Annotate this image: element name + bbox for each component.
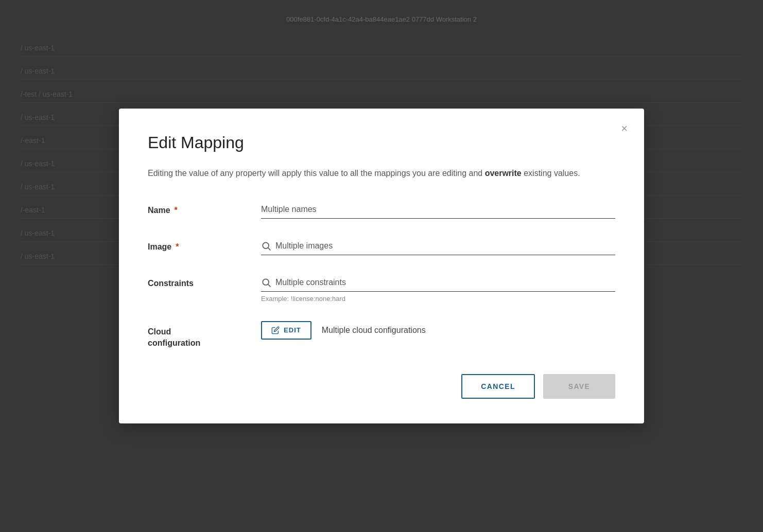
close-button[interactable]: × (619, 121, 630, 136)
constraints-hint: Example: !license:none:hard (261, 295, 615, 303)
modal-overlay: × Edit Mapping Editing the value of any … (0, 0, 763, 532)
image-label: Image * (148, 237, 261, 252)
cloud-config-field-row: Cloud configuration EDIT Multiple cloud … (148, 321, 615, 349)
constraints-input-wrapper (261, 274, 615, 292)
edit-button-label: EDIT (284, 326, 301, 334)
cloud-config-row: EDIT Multiple cloud configurations (261, 321, 615, 340)
constraints-field: Example: !license:none:hard (261, 274, 615, 303)
cloud-config-label: Cloud configuration (148, 321, 261, 349)
name-required-star: * (175, 206, 178, 215)
description-bold: overwrite (485, 169, 522, 178)
description-part1: Editing the value of any property will a… (148, 169, 485, 178)
description-part2: existing values. (522, 169, 580, 178)
svg-line-1 (268, 248, 271, 251)
modal-description: Editing the value of any property will a… (148, 167, 591, 180)
name-field-row: Name * (148, 201, 615, 219)
constraints-input[interactable] (275, 276, 615, 289)
name-field (261, 201, 615, 219)
svg-point-2 (263, 279, 269, 285)
image-search-icon (261, 241, 271, 251)
constraints-label: Constraints (148, 274, 261, 288)
image-required-star: * (176, 242, 179, 252)
constraints-field-row: Constraints Example: !license:none:hard (148, 274, 615, 303)
modal-footer: CANCEL SAVE (148, 374, 615, 399)
name-input[interactable] (261, 201, 615, 219)
edit-mapping-modal: × Edit Mapping Editing the value of any … (119, 109, 644, 423)
save-button[interactable]: SAVE (543, 374, 615, 399)
image-field (261, 237, 615, 255)
image-input[interactable] (275, 239, 615, 253)
name-label: Name * (148, 201, 261, 215)
constraints-search-icon (261, 277, 271, 288)
image-input-wrapper (261, 237, 615, 255)
cloud-config-value: Multiple cloud configurations (322, 326, 426, 335)
image-field-row: Image * (148, 237, 615, 255)
cloud-config-field: EDIT Multiple cloud configurations (261, 321, 615, 340)
svg-line-3 (268, 285, 271, 287)
edit-pencil-icon (271, 326, 280, 334)
modal-title: Edit Mapping (148, 133, 615, 152)
cloud-config-edit-button[interactable]: EDIT (261, 321, 311, 340)
cancel-button[interactable]: CANCEL (461, 374, 535, 399)
svg-point-0 (263, 242, 269, 249)
